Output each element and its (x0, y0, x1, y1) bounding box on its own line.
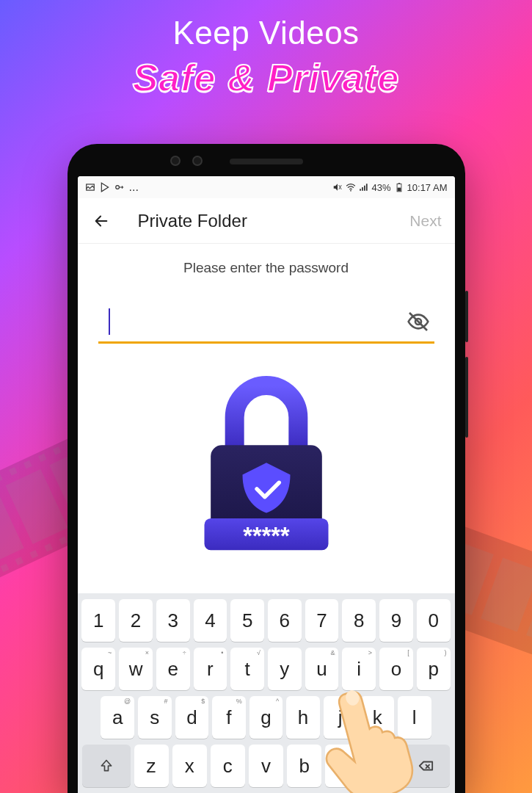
key-hint: ^ (276, 698, 279, 705)
key-2[interactable]: 2 (119, 599, 153, 642)
svg-rect-31 (398, 183, 399, 184)
next-button[interactable]: Next (409, 212, 441, 230)
password-prompt: Please enter the password (183, 260, 349, 276)
key-1[interactable]: 1 (81, 599, 115, 642)
app-bar: Private Folder Next (78, 198, 455, 244)
phone-camera-icon (170, 156, 181, 166)
key-6[interactable]: 6 (268, 599, 302, 642)
page-title: Private Folder (138, 211, 410, 231)
key-t[interactable]: t√ (230, 648, 264, 690)
key-hint: ÷ (183, 649, 186, 656)
promo-line1: Keep Videos (0, 15, 532, 51)
status-more-icon: ... (129, 181, 139, 194)
key-hint: @ (124, 698, 131, 705)
key-o[interactable]: o[ (379, 648, 413, 690)
key-hint: > (368, 649, 372, 656)
key-e[interactable]: e÷ (156, 648, 190, 690)
svg-rect-30 (397, 188, 401, 192)
key-hint: × (145, 649, 149, 656)
lock-mask-text: ***** (243, 523, 290, 549)
promo-headline: Keep Videos Safe & Private (0, 15, 532, 100)
wifi-icon (346, 182, 356, 192)
key-shift[interactable] (82, 745, 131, 787)
phone-frame: ... 43% 10:17 AM Private Folder Next Ple… (68, 144, 465, 793)
key-u[interactable]: u& (305, 648, 339, 690)
key-z[interactable]: z (134, 745, 169, 787)
signal-icon (359, 182, 369, 192)
password-field-wrap (98, 303, 434, 344)
key-d[interactable]: d$ (175, 696, 209, 739)
arrow-left-icon (93, 213, 109, 229)
key-j[interactable]: j (324, 696, 357, 739)
key-n[interactable]: n (325, 745, 360, 787)
key-a[interactable]: a@ (101, 696, 134, 739)
status-bar: ... 43% 10:17 AM (78, 176, 455, 198)
mute-icon (332, 182, 343, 192)
eye-off-icon (407, 310, 430, 333)
on-screen-keyboard: 1234567890 q~w×e÷r•t√yu&i>o[p) a@s#d$f%g… (78, 593, 455, 793)
visibility-toggle-button[interactable] (407, 310, 430, 333)
status-time: 10:17 AM (407, 182, 448, 193)
phone-side-button (465, 357, 468, 438)
phone-side-button (465, 291, 468, 342)
image-icon (85, 182, 95, 192)
key-0[interactable]: 0 (417, 599, 451, 642)
key-r[interactable]: r• (194, 648, 227, 690)
battery-percentage: 43% (372, 182, 391, 193)
phone-screen: ... 43% 10:17 AM Private Folder Next Ple… (78, 176, 455, 793)
key-y[interactable]: y (268, 648, 302, 690)
password-input[interactable] (98, 303, 434, 344)
key-3[interactable]: 3 (156, 599, 190, 642)
key-7[interactable]: 7 (305, 599, 339, 642)
svg-point-28 (350, 190, 351, 192)
key-hint: # (164, 698, 168, 705)
promo-line2: Safe & Private (0, 56, 532, 100)
key-q[interactable]: q~ (81, 648, 115, 690)
play-store-icon (100, 182, 110, 192)
key-8[interactable]: 8 (342, 599, 376, 642)
key-9[interactable]: 9 (379, 599, 413, 642)
back-button[interactable] (91, 211, 112, 231)
key-backspace[interactable] (401, 745, 450, 787)
key-icon (114, 182, 125, 192)
key-hint: [ (407, 649, 409, 656)
backspace-icon (418, 758, 434, 774)
lock-illustration: ***** (186, 366, 347, 557)
key-g[interactable]: g^ (249, 696, 283, 739)
key-w[interactable]: w× (119, 648, 153, 690)
key-hint: $ (201, 698, 205, 705)
key-k[interactable]: k (360, 696, 394, 739)
key-hint: • (221, 649, 223, 656)
key-m[interactable]: m (363, 745, 398, 787)
key-hint: ~ (108, 649, 112, 656)
text-cursor (109, 308, 110, 335)
key-hint: ) (445, 649, 447, 656)
key-hint: % (236, 698, 242, 705)
key-5[interactable]: 5 (230, 599, 264, 642)
lock-icon: ***** (186, 366, 347, 557)
key-b[interactable]: b (287, 745, 321, 787)
key-s[interactable]: s# (138, 696, 172, 739)
battery-icon (394, 182, 404, 192)
phone-camera-icon (192, 156, 203, 166)
key-l[interactable]: l (398, 696, 431, 739)
key-f[interactable]: f% (212, 696, 246, 739)
key-p[interactable]: p) (417, 648, 451, 690)
key-v[interactable]: v (249, 745, 283, 787)
key-hint: √ (257, 649, 260, 656)
key-4[interactable]: 4 (194, 599, 227, 642)
key-x[interactable]: x (172, 745, 207, 787)
key-c[interactable]: c (211, 745, 245, 787)
key-i[interactable]: i> (342, 648, 376, 690)
svg-point-27 (115, 186, 119, 189)
main-content: Please enter the password (78, 244, 455, 593)
shift-icon (99, 758, 114, 773)
key-h[interactable]: h (286, 696, 320, 739)
key-hint: & (330, 649, 335, 656)
